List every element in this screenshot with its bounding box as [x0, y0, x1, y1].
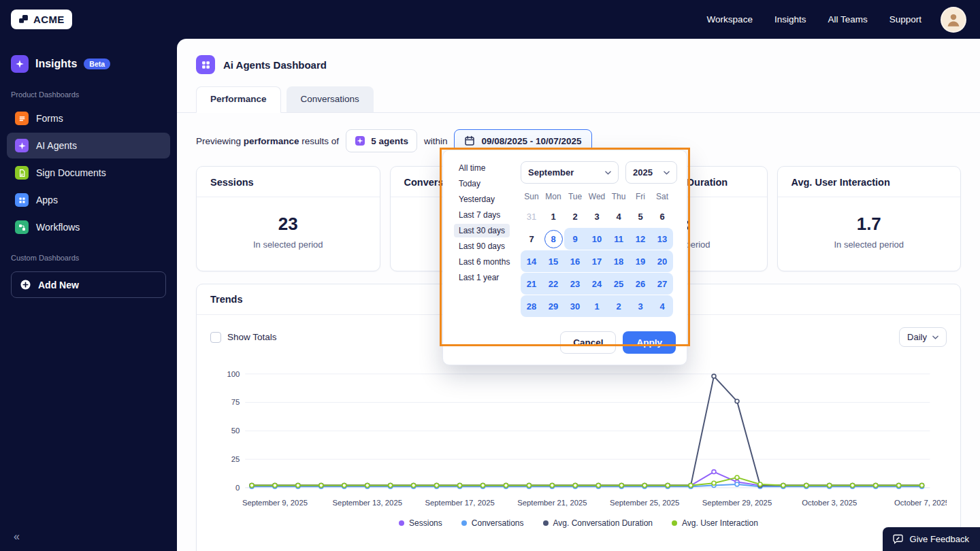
preset-last-7-days[interactable]: Last 7 days	[454, 208, 505, 222]
svg-text:September 17, 2025: September 17, 2025	[425, 499, 494, 507]
calendar-day[interactable]: 3	[586, 205, 608, 227]
calendar-day[interactable]: 30	[564, 295, 586, 317]
stat-card-avg-user-interaction: Avg. User Interaction1.7In selected peri…	[777, 166, 962, 271]
calendar-day[interactable]: 13	[651, 228, 673, 250]
calendar-day[interactable]: 29	[542, 295, 564, 317]
chevron-down-icon	[664, 171, 670, 175]
calendar-day[interactable]: 19	[630, 250, 651, 272]
agents-selector-button[interactable]: 5 agents	[346, 129, 417, 152]
calendar-day[interactable]: 20	[651, 250, 673, 272]
filter-text: Previewing performance results of	[196, 136, 339, 146]
preset-last-6-months[interactable]: Last 6 months	[454, 255, 514, 269]
apply-button[interactable]: Apply	[623, 331, 676, 354]
calendar-day[interactable]: 5	[630, 205, 651, 227]
avatar[interactable]	[941, 7, 966, 33]
calendar-day[interactable]: 25	[608, 273, 630, 295]
cancel-button[interactable]: Cancel	[560, 331, 616, 354]
calendar-day[interactable]: 4	[651, 295, 673, 317]
calendar-day[interactable]: 1	[586, 295, 608, 317]
legend-dot	[461, 520, 467, 526]
stat-card-caption: In selected period	[834, 239, 904, 250]
calendar-day[interactable]: 21	[521, 273, 542, 295]
calendar-day[interactable]: 15	[542, 250, 564, 272]
calendar-day[interactable]: 14	[521, 250, 542, 272]
add-new-button[interactable]: Add New	[11, 271, 166, 298]
preset-yesterday[interactable]: Yesterday	[454, 193, 500, 206]
give-feedback-button[interactable]: Give Feedback	[883, 527, 980, 551]
sidebar-item-forms[interactable]: Forms	[7, 105, 170, 131]
show-totals-checkbox[interactable]: Show Totals	[210, 332, 277, 343]
svg-text:September 29, 2025: September 29, 2025	[702, 499, 772, 507]
weekday-label: Wed	[586, 192, 608, 205]
stat-card-sessions: Sessions23In selected period	[196, 166, 380, 271]
sidebar: Insights Beta Product Dashboards FormsAI…	[0, 39, 177, 551]
calendar-day[interactable]: 9	[564, 228, 586, 250]
acme-logo-text: ACME	[33, 14, 65, 25]
calendar-day[interactable]: 10	[586, 228, 608, 250]
preset-last-90-days[interactable]: Last 90 days	[454, 239, 510, 253]
calendar-day[interactable]: 2	[608, 295, 630, 317]
preset-today[interactable]: Today	[454, 177, 485, 190]
sidebar-item-ai-agents[interactable]: AI Agents	[7, 133, 170, 158]
calendar-day[interactable]: 11	[608, 228, 630, 250]
calendar-day[interactable]: 26	[630, 273, 651, 295]
top-nav-insights[interactable]: Insights	[774, 14, 806, 24]
svg-text:September 25, 2025: September 25, 2025	[610, 499, 679, 507]
calendar-day[interactable]: 23	[564, 273, 586, 295]
month-select[interactable]: September	[521, 161, 619, 184]
tab-performance[interactable]: Performance	[196, 86, 281, 113]
calendar-week: 2829301234	[521, 295, 677, 317]
beta-badge: Beta	[84, 59, 110, 69]
calendar-day[interactable]: 7	[521, 228, 542, 250]
legend-item-avg-user-interaction: Avg. User Interaction	[672, 518, 758, 528]
preset-all-time[interactable]: All time	[454, 161, 490, 175]
legend-item-sessions: Sessions	[399, 518, 442, 528]
top-nav-all-teams[interactable]: All Teams	[828, 14, 867, 24]
calendar-day[interactable]: 8	[542, 228, 564, 250]
calendar-day[interactable]: 24	[586, 273, 608, 295]
svg-text:100: 100	[227, 370, 240, 378]
dashboard-icon	[196, 55, 215, 74]
checkbox-icon	[210, 332, 221, 343]
calendar-day[interactable]: 28	[521, 295, 542, 317]
calendar-day[interactable]: 16	[564, 250, 586, 272]
calendar-day[interactable]: 1	[542, 205, 564, 227]
sidebar-item-workflows[interactable]: Workflows	[7, 214, 170, 240]
panel-header: Ai Agents Dashboard	[177, 39, 980, 86]
calendar-week: 14151617181920	[521, 250, 677, 272]
calendar-day[interactable]: 2	[564, 205, 586, 227]
preset-last-1-year[interactable]: Last 1 year	[454, 271, 504, 284]
date-picker-popup: All timeTodayYesterdayLast 7 daysLast 30…	[442, 150, 687, 365]
svg-text:October 7, 2025: October 7, 2025	[894, 499, 947, 507]
page-title: Ai Agents Dashboard	[223, 59, 327, 71]
sidebar-item-apps[interactable]: Apps	[7, 187, 170, 213]
granularity-select[interactable]: Daily	[899, 327, 947, 347]
date-range-button[interactable]: 09/08/2025 - 10/07/2025	[454, 129, 591, 152]
calendar-day[interactable]: 22	[542, 273, 564, 295]
calendar-day[interactable]: 6	[651, 205, 673, 227]
weekday-label: Fri	[630, 192, 651, 205]
svg-text:September 21, 2025: September 21, 2025	[517, 499, 587, 507]
top-nav-workspace[interactable]: Workspace	[707, 14, 753, 24]
calendar-day[interactable]: 17	[586, 250, 608, 272]
legend-item-avg-conversation-duration: Avg. Conversation Duration	[543, 518, 653, 528]
stat-card-title: Avg. User Interaction	[778, 167, 961, 197]
preset-last-30-days[interactable]: Last 30 days	[454, 224, 510, 237]
sidebar-collapse-button[interactable]: «	[14, 531, 20, 543]
sidebar-item-sign-documents[interactable]: Sign Documents	[7, 160, 170, 186]
year-select[interactable]: 2025	[625, 161, 677, 184]
apps-icon	[15, 193, 29, 207]
stat-card-title: Sessions	[197, 167, 380, 197]
top-nav-support[interactable]: Support	[889, 14, 921, 24]
popup-footer: Cancel Apply	[443, 323, 687, 365]
product-dashboards-label: Product Dashboards	[0, 86, 177, 104]
tab-conversations[interactable]: Conversations	[287, 86, 374, 112]
calendar-day[interactable]: 12	[630, 228, 651, 250]
calendar-day[interactable]: 4	[608, 205, 630, 227]
calendar-day[interactable]: 31	[521, 205, 542, 227]
weekday-label: Thu	[608, 192, 630, 205]
calendar-day[interactable]: 3	[630, 295, 651, 317]
main-panel: Ai Agents Dashboard PerformanceConversat…	[177, 39, 980, 551]
calendar-day[interactable]: 18	[608, 250, 630, 272]
calendar-day[interactable]: 27	[651, 273, 673, 295]
